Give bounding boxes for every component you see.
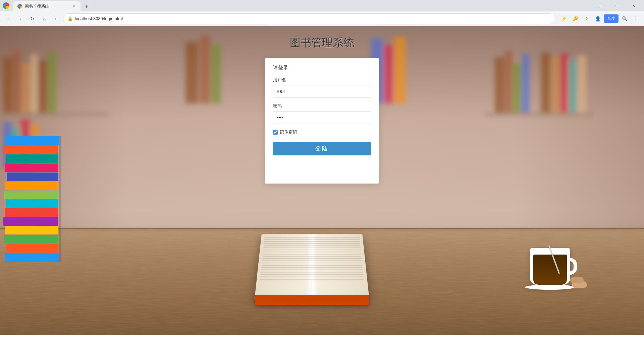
home-button[interactable]: ⌂: [39, 13, 50, 24]
password-group: 密码: [273, 103, 371, 124]
title-bar: 图书管理系统 ✕ + ─ □ ✕: [0, 0, 644, 11]
login-card: 请登录 用户名 密码 记住密码 登陆: [265, 58, 379, 184]
remember-checkbox[interactable]: [273, 130, 278, 135]
remember-row: 记住密码: [273, 129, 371, 135]
lock-icon: 🔒: [67, 16, 73, 21]
reload-button[interactable]: ↻: [27, 13, 38, 24]
tab-title: 图书管理系统: [25, 4, 68, 9]
address-bar[interactable]: 🔒 localhost:8080/login.html: [63, 13, 555, 24]
open-book-pages: [255, 234, 369, 299]
login-button[interactable]: 登陆: [273, 142, 371, 155]
baidu-button[interactable]: 百度: [604, 14, 619, 23]
window-controls: ─ □ ✕: [592, 1, 641, 10]
cup-body: [530, 248, 570, 285]
open-book-cover: [255, 295, 369, 305]
search-button[interactable]: 🔍: [619, 13, 630, 24]
page-title: 图书管理系统: [0, 36, 644, 50]
tab-favicon: [17, 4, 22, 9]
minimize-button[interactable]: ─: [592, 1, 608, 10]
browser-chrome: 图书管理系统 ✕ + ─ □ ✕ ‹ › ↻ ⌂ ← 🔒 localhost:8…: [0, 0, 644, 26]
cookie-2: [570, 277, 584, 283]
star-icon[interactable]: ☆: [581, 13, 592, 24]
remember-label[interactable]: 记住密码: [280, 129, 297, 135]
open-book: [258, 231, 366, 298]
bookmark-icon[interactable]: ⚡: [558, 13, 569, 24]
new-tab-button[interactable]: +: [82, 2, 91, 11]
book-text-lines: [259, 237, 366, 295]
close-window-button[interactable]: ✕: [626, 1, 641, 10]
forward-button[interactable]: ›: [15, 13, 25, 24]
browser-toolbar: ‹ › ↻ ⌂ ← 🔒 localhost:8080/login.html ⚡ …: [0, 11, 644, 26]
tab-bar: 图书管理系统 ✕ +: [11, 0, 591, 12]
cup-liquid: [533, 255, 567, 285]
maximize-button[interactable]: □: [609, 1, 625, 10]
username-label: 用户名: [273, 77, 371, 83]
active-tab[interactable]: 图书管理系统 ✕: [13, 1, 80, 12]
username-group: 用户名: [273, 77, 371, 98]
back-button[interactable]: ‹: [3, 13, 13, 24]
menu-button[interactable]: ⋮: [631, 13, 641, 24]
password-input[interactable]: [273, 111, 371, 124]
cup-saucer: [525, 285, 575, 290]
username-input[interactable]: [273, 85, 371, 98]
coffee-cup: [523, 241, 577, 295]
page-content: 图书管理系统 请登录 用户名 密码 记住密码 登陆: [0, 26, 644, 335]
chrome-logo: [3, 2, 9, 9]
card-title: 请登录: [273, 65, 371, 71]
key-icon[interactable]: 🔑: [570, 13, 580, 24]
user-icon[interactable]: 👤: [592, 13, 603, 24]
password-label: 密码: [273, 103, 371, 109]
tab-close-button[interactable]: ✕: [71, 4, 76, 9]
back-page-button[interactable]: ←: [51, 13, 62, 24]
cup-handle: [567, 258, 577, 275]
toolbar-right: ⚡ 🔑 ☆ 👤 百度 🔍 ⋮: [558, 13, 641, 24]
url-text: localhost:8080/login.html: [75, 16, 551, 21]
